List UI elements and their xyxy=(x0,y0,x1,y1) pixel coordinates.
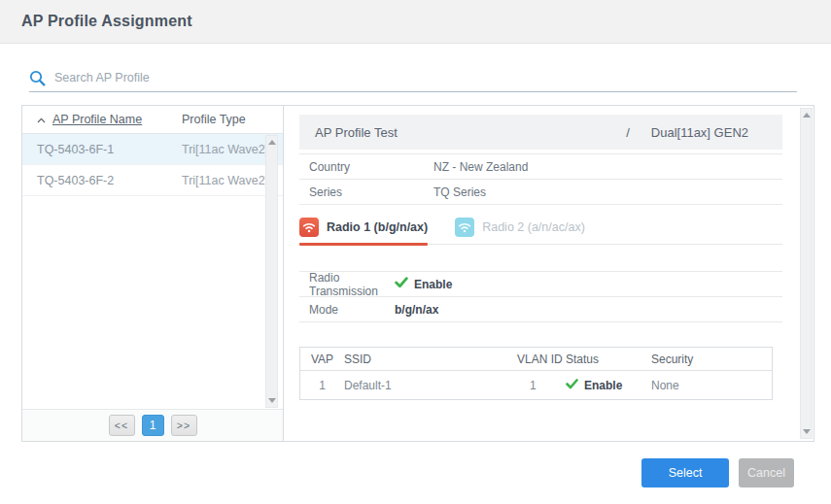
wifi-icon xyxy=(455,218,474,237)
pagination-bar: << 1 >> xyxy=(22,409,283,441)
column-header-ap-profile-name[interactable]: AP Profile Name xyxy=(52,113,142,126)
scroll-down-icon[interactable] xyxy=(803,429,811,434)
dialog-body: AP Profile Name Profile Type TQ-5403-6F-… xyxy=(21,105,814,442)
detail-info-rows: Country NZ - New Zealand Series TQ Serie… xyxy=(299,153,782,205)
tab-radio-1-label: Radio 1 (b/g/n/ax) xyxy=(327,220,428,234)
detail-model-name: Dual[11ax] GEN2 xyxy=(651,125,748,140)
country-value: NZ - New Zealand xyxy=(433,160,528,174)
pagination-next-button[interactable]: >> xyxy=(171,415,197,436)
search-icon xyxy=(29,70,46,86)
vap-cell: 1 xyxy=(300,379,344,392)
search-bar xyxy=(29,64,797,92)
series-value: TQ Series xyxy=(433,185,486,199)
security-column-header: Security xyxy=(651,353,772,366)
profile-row[interactable]: TQ-5403-6F-2 Tri[11ac Wave2] xyxy=(22,165,283,196)
scroll-up-icon[interactable] xyxy=(803,113,811,118)
wifi-icon xyxy=(299,218,319,237)
vlan-id-cell: 1 xyxy=(517,379,566,392)
dialog-titlebar: AP Profile Assignment xyxy=(0,0,831,44)
profile-detail-panel: AP Profile Test / Dual[11ax] GEN2 Countr… xyxy=(284,106,814,441)
pagination-page-button[interactable]: 1 xyxy=(142,415,164,436)
country-row: Country NZ - New Zealand xyxy=(299,154,782,180)
profile-list-scrollbar[interactable] xyxy=(265,135,278,408)
security-cell: None xyxy=(651,379,772,392)
detail-separator: / xyxy=(626,125,630,140)
check-icon xyxy=(395,277,408,291)
status-cell: Enable xyxy=(566,379,651,392)
profile-row-selected[interactable]: TQ-5403-6F-1 Tri[11ac Wave2] xyxy=(22,134,283,165)
detail-header-band: AP Profile Test / Dual[11ax] GEN2 xyxy=(299,115,782,150)
profile-list-rows: TQ-5403-6F-1 Tri[11ac Wave2] TQ-5403-6F-… xyxy=(22,134,283,409)
tab-radio-2-label: Radio 2 (a/n/ac/ax) xyxy=(482,220,585,234)
tab-radio-2[interactable]: Radio 2 (a/n/ac/ax) xyxy=(455,218,585,244)
vap-table-row: 1 Default-1 1 Enable None xyxy=(300,371,772,399)
ssid-cell: Default-1 xyxy=(344,379,517,392)
cancel-button[interactable]: Cancel xyxy=(739,458,794,487)
status-column-header: Status xyxy=(566,353,651,366)
status-value: Enable xyxy=(584,379,622,392)
scroll-down-icon[interactable] xyxy=(268,398,276,403)
search-input[interactable] xyxy=(54,71,797,84)
radio-settings-rows: Radio Transmission Enable Mode b/g/n/ax xyxy=(299,271,782,322)
vlan-id-column-header: VLAN ID xyxy=(517,353,566,366)
series-row: Series TQ Series xyxy=(299,180,782,205)
vap-column-header: VAP xyxy=(300,353,344,366)
radio-transmission-label: Radio Transmission xyxy=(309,271,395,298)
detail-profile-name: AP Profile Test xyxy=(315,125,398,140)
ssid-column-header: SSID xyxy=(344,353,517,366)
mode-label: Mode xyxy=(309,303,395,317)
detail-scrollbar[interactable] xyxy=(800,108,813,439)
page-title: AP Profile Assignment xyxy=(21,13,192,30)
mode-row: Mode b/g/n/ax xyxy=(299,297,782,322)
select-button[interactable]: Select xyxy=(641,458,729,487)
mode-value: b/g/n/ax xyxy=(395,303,438,317)
profile-name-cell: TQ-5403-6F-2 xyxy=(22,174,182,187)
radio-tabs: Radio 1 (b/g/n/ax) Radio 2 (a/n/ac/ax) xyxy=(299,218,782,245)
sort-ascending-icon[interactable] xyxy=(37,113,46,126)
pagination-prev-button[interactable]: << xyxy=(109,415,135,436)
scroll-up-icon[interactable] xyxy=(268,140,276,145)
column-header-profile-type[interactable]: Profile Type xyxy=(182,113,283,126)
profile-name-cell: TQ-5403-6F-1 xyxy=(22,143,182,156)
profile-list-header: AP Profile Name Profile Type xyxy=(22,106,283,134)
radio-transmission-row: Radio Transmission Enable xyxy=(299,272,782,297)
tab-radio-1[interactable]: Radio 1 (b/g/n/ax) xyxy=(299,218,428,244)
series-label: Series xyxy=(309,185,433,199)
radio-transmission-value: Enable xyxy=(414,278,452,291)
vap-table-header: VAP SSID VLAN ID Status Security xyxy=(300,348,772,371)
vap-table: VAP SSID VLAN ID Status Security 1 Defau… xyxy=(299,347,773,400)
check-icon xyxy=(566,379,578,392)
profile-list-panel: AP Profile Name Profile Type TQ-5403-6F-… xyxy=(22,106,284,441)
country-label: Country xyxy=(309,160,433,174)
dialog-actions: Select Cancel xyxy=(641,458,794,487)
